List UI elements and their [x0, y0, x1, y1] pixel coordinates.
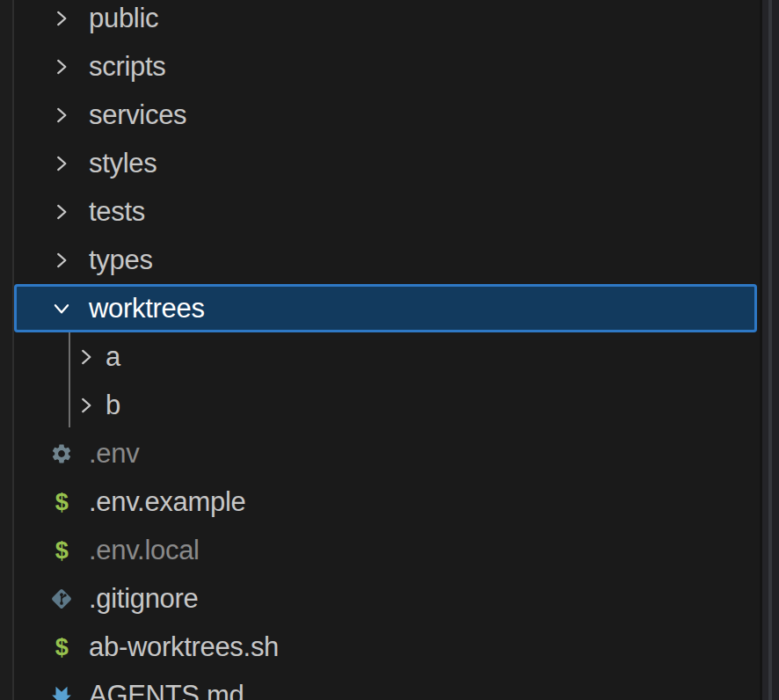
tree-row-label: AGENTS.md: [89, 671, 244, 700]
folder-row-worktrees[interactable]: worktrees: [14, 284, 757, 332]
tree-row-label: public: [89, 0, 158, 42]
chevron-right-icon: [50, 104, 73, 127]
file-row-.env.example[interactable]: .env.example: [14, 478, 757, 526]
tree-row-label: a: [106, 332, 120, 381]
tree-row-label: .env.local: [89, 526, 200, 574]
folder-row-types[interactable]: types: [14, 236, 757, 284]
folder-row-public[interactable]: public: [14, 0, 757, 42]
file-row-AGENTS.md[interactable]: AGENTS.md: [14, 671, 757, 700]
folder-row-tests[interactable]: tests: [14, 187, 757, 236]
folder-row-styles[interactable]: styles: [14, 139, 757, 187]
folder-row-b[interactable]: b: [14, 381, 757, 429]
tree-row-label: styles: [89, 139, 157, 187]
folder-row-services[interactable]: services: [14, 91, 757, 139]
tree-row-label: worktrees: [89, 284, 205, 332]
tree-row-label: tests: [89, 187, 145, 236]
gear-icon: [50, 442, 73, 465]
chevron-right-icon: [50, 201, 73, 223]
tree-row-label: ab-worktrees.sh: [89, 623, 279, 671]
scrollbar-track: [762, 0, 768, 700]
tree-row-label: .env: [89, 429, 139, 478]
file-row-ab-worktrees.sh[interactable]: ab-worktrees.sh: [14, 623, 757, 671]
dollar-icon: [50, 539, 73, 562]
tree-row-label: b: [106, 381, 120, 429]
chevron-down-icon: [50, 297, 73, 320]
markdown-arrow-icon: [50, 684, 73, 700]
chevron-right-icon: [50, 7, 73, 30]
chevron-right-icon: [75, 346, 98, 368]
indent-guide-worktrees: [69, 332, 70, 427]
tree-row-label: services: [89, 91, 186, 139]
chevron-right-icon: [50, 55, 73, 78]
chevron-right-icon: [50, 249, 73, 272]
file-tree: public scripts services styles tests typ…: [0, 0, 760, 700]
folder-row-scripts[interactable]: scripts: [14, 42, 757, 91]
tree-row-label: .env.example: [89, 478, 245, 526]
chevron-right-icon: [75, 394, 98, 417]
tree-row-label: .gitignore: [89, 574, 199, 623]
file-row-.env[interactable]: .env: [14, 429, 757, 478]
dollar-icon: [50, 491, 73, 514]
git-icon: [50, 587, 73, 610]
folder-row-a[interactable]: a: [14, 332, 757, 381]
dollar-icon: [50, 636, 73, 659]
tree-row-label: scripts: [89, 42, 165, 91]
chevron-right-icon: [50, 152, 73, 175]
file-row-.env.local[interactable]: .env.local: [14, 526, 757, 574]
file-row-.gitignore[interactable]: .gitignore: [14, 574, 757, 623]
tree-row-label: types: [89, 236, 153, 284]
editor-edge-strip: [772, 0, 779, 700]
